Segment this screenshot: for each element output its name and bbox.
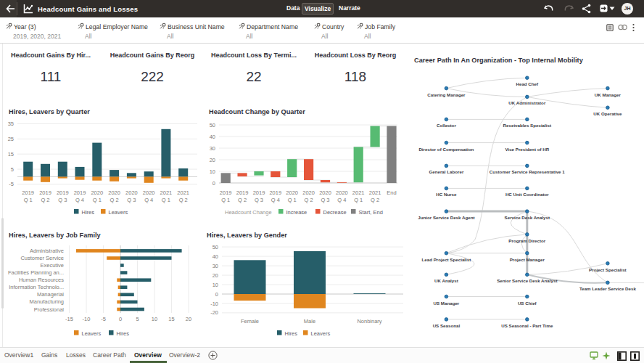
svg-text:General Laborer: General Laborer (429, 169, 463, 174)
svg-text:Q 1: Q 1 (24, 197, 33, 203)
svg-text:-10: -10 (210, 301, 218, 307)
svg-text:2020: 2020 (125, 189, 138, 196)
svg-text:Junior Service Desk Agent: Junior Service Desk Agent (418, 215, 474, 220)
svg-text:20: 20 (186, 316, 191, 322)
svg-text:-5: -5 (9, 181, 14, 187)
svg-text:15: 15 (168, 316, 174, 322)
svg-text:2019: 2019 (220, 189, 232, 196)
svg-text:2021: 2021 (352, 189, 365, 196)
svg-text:Headcount Change by Quarter: Headcount Change by Quarter (209, 108, 305, 115)
svg-text:Q 4: Q 4 (144, 197, 153, 203)
svg-text:2019: 2019 (74, 189, 86, 196)
svg-text:UK Administrator: UK Administrator (508, 100, 546, 105)
svg-text:Project Specialist: Project Specialist (589, 267, 627, 272)
svg-text:Customer Service: Customer Service (20, 255, 64, 261)
svg-text:Female: Female (241, 318, 259, 325)
svg-text:Q 2: Q 2 (41, 197, 49, 203)
svg-text:Start, End: Start, End (359, 209, 383, 216)
svg-text:20: 20 (212, 272, 218, 279)
svg-text:Leavers: Leavers (82, 330, 102, 337)
svg-text:30: 30 (212, 263, 218, 269)
svg-text:Managerial: Managerial (37, 291, 64, 298)
svg-text:US Seasonal: US Seasonal (433, 323, 461, 328)
svg-text:2021: 2021 (177, 189, 189, 196)
svg-text:Career Path In An Organization: Career Path In An Organization - Top Int… (414, 57, 584, 64)
svg-text:Head Chef: Head Chef (516, 81, 539, 86)
svg-text:10: 10 (152, 316, 157, 322)
svg-text:2020: 2020 (143, 189, 155, 196)
svg-text:Nonbinary: Nonbinary (357, 318, 381, 325)
svg-text:Q 1: Q 1 (354, 197, 363, 203)
svg-text:Information Technolo...: Information Technolo... (9, 284, 64, 290)
svg-text:Q 1: Q 1 (162, 197, 170, 203)
svg-text:Q 4: Q 4 (337, 197, 346, 203)
svg-text:UK Operative: UK Operative (593, 111, 622, 116)
svg-text:-15: -15 (65, 316, 73, 322)
svg-text:End: End (387, 189, 396, 196)
svg-text:Q 1: Q 1 (93, 197, 102, 203)
svg-text:Hires: Hires (117, 330, 130, 337)
svg-text:2020: 2020 (286, 189, 298, 196)
svg-text:Facilities Planning an...: Facilities Planning an... (8, 269, 64, 276)
svg-text:2019: 2019 (236, 189, 249, 196)
svg-text:Hires: Hires (285, 330, 298, 337)
svg-text:15: 15 (8, 151, 14, 158)
svg-text:Q 4: Q 4 (271, 197, 280, 203)
svg-text:0: 0 (212, 180, 215, 187)
svg-text:2019: 2019 (253, 189, 265, 196)
svg-text:Collector: Collector (437, 123, 456, 128)
svg-text:HC Nurse: HC Nurse (436, 192, 457, 197)
svg-text:Hires, Leavers by Job Family: Hires, Leavers by Job Family (9, 232, 102, 239)
svg-text:2020: 2020 (108, 189, 120, 196)
svg-text:Q 3: Q 3 (321, 197, 329, 203)
svg-text:Q 2: Q 2 (110, 197, 119, 203)
svg-text:Manufacturing: Manufacturing (29, 298, 64, 305)
svg-text:Q 1: Q 1 (221, 197, 230, 203)
svg-text:5: 5 (11, 166, 14, 173)
svg-text:0: 0 (119, 316, 122, 322)
svg-text:Q 2: Q 2 (305, 197, 313, 203)
svg-text:2020: 2020 (91, 189, 103, 196)
svg-text:40: 40 (212, 253, 218, 260)
svg-text:2021: 2021 (160, 189, 173, 196)
svg-text:2019: 2019 (269, 189, 281, 196)
svg-text:35: 35 (8, 121, 14, 127)
svg-text:-10: -10 (83, 316, 91, 322)
svg-text:Male: Male (304, 318, 315, 325)
svg-text:Headcount Change: Headcount Change (225, 209, 272, 216)
svg-text:Q 2: Q 2 (238, 197, 247, 203)
svg-text:Senior Service Desk Analyst: Senior Service Desk Analyst (497, 278, 557, 283)
svg-text:50: 50 (210, 122, 215, 129)
svg-text:5: 5 (136, 316, 139, 322)
svg-text:Q 3: Q 3 (58, 197, 67, 203)
svg-text:2019: 2019 (39, 189, 51, 196)
svg-text:2020: 2020 (319, 189, 331, 196)
svg-text:HC Unit Coordinator: HC Unit Coordinator (505, 192, 549, 197)
svg-text:Decrease: Decrease (323, 209, 347, 216)
svg-text:Q 3: Q 3 (127, 197, 136, 203)
svg-text:Increase: Increase (286, 209, 307, 216)
svg-text:Director of Compensation: Director of Compensation (418, 147, 474, 152)
svg-text:Customer Service Representativ: Customer Service Representative 1 (490, 169, 565, 174)
svg-text:Administrative: Administrative (30, 248, 64, 254)
svg-text:-20: -20 (210, 309, 218, 316)
svg-text:-5: -5 (101, 316, 106, 322)
svg-text:2020: 2020 (336, 189, 348, 196)
svg-text:Q 2: Q 2 (371, 197, 379, 203)
svg-text:Q 2: Q 2 (179, 197, 188, 203)
svg-text:Q 3: Q 3 (255, 197, 263, 203)
svg-text:40: 40 (210, 134, 215, 140)
svg-text:Leavers: Leavers (109, 209, 128, 216)
svg-text:Team Leader Service Desk: Team Leader Service Desk (579, 286, 637, 291)
svg-text:Human Resources: Human Resources (19, 277, 64, 283)
svg-text:US Manager: US Manager (434, 301, 460, 306)
svg-text:UK Analyst: UK Analyst (434, 278, 458, 283)
svg-text:30: 30 (210, 145, 215, 152)
svg-text:25: 25 (8, 136, 14, 142)
svg-text:10: 10 (210, 168, 215, 175)
svg-text:Q 1: Q 1 (288, 197, 297, 203)
svg-text:Hires: Hires (82, 209, 95, 216)
svg-text:Receivables Specialist: Receivables Specialist (503, 123, 551, 128)
svg-text:Program Director: Program Director (508, 238, 545, 243)
svg-text:2020: 2020 (302, 189, 315, 196)
